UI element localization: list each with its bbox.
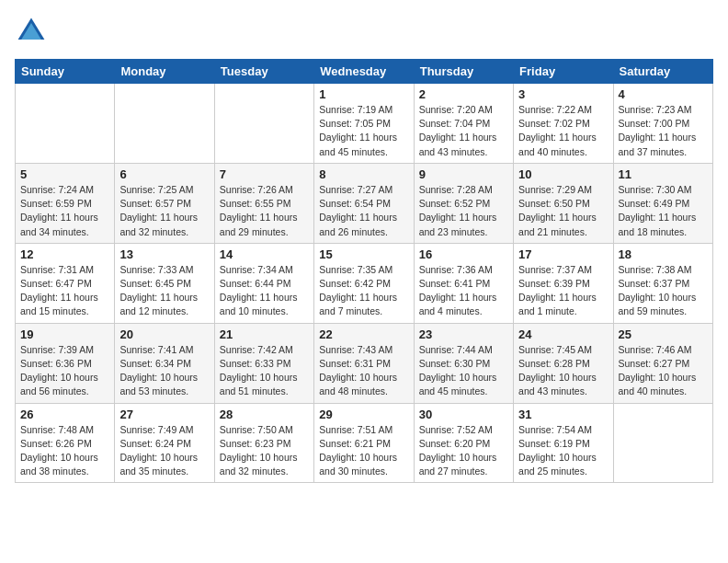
day-number: 17 [518, 247, 608, 261]
day-info: Sunrise: 7:54 AM Sunset: 6:19 PM Dayligh… [518, 423, 608, 479]
calendar-cell: 28Sunrise: 7:50 AM Sunset: 6:23 PM Dayli… [214, 403, 313, 483]
day-number: 30 [419, 408, 508, 421]
calendar-cell: 3Sunrise: 7:22 AM Sunset: 7:02 PM Daylig… [514, 84, 613, 164]
calendar-cell: 2Sunrise: 7:20 AM Sunset: 7:04 PM Daylig… [414, 84, 513, 164]
day-number: 8 [319, 167, 408, 181]
calendar-cell: 1Sunrise: 7:19 AM Sunset: 7:05 PM Daylig… [314, 84, 414, 164]
day-info: Sunrise: 7:26 AM Sunset: 6:55 PM Dayligh… [220, 183, 309, 239]
calendar-cell: 11Sunrise: 7:30 AM Sunset: 6:49 PM Dayli… [613, 163, 712, 243]
calendar-cell: 6Sunrise: 7:25 AM Sunset: 6:57 PM Daylig… [115, 163, 214, 243]
day-info: Sunrise: 7:48 AM Sunset: 6:26 PM Dayligh… [20, 423, 109, 479]
calendar-header-friday: Friday [514, 60, 613, 84]
day-number: 4 [619, 87, 708, 101]
day-number: 27 [119, 408, 209, 421]
calendar-header-row: SundayMondayTuesdayWednesdayThursdayFrid… [16, 60, 713, 84]
calendar-cell: 4Sunrise: 7:23 AM Sunset: 7:00 PM Daylig… [613, 84, 712, 164]
day-number: 10 [518, 167, 608, 181]
calendar-cell: 15Sunrise: 7:35 AM Sunset: 6:42 PM Dayli… [314, 243, 414, 323]
calendar-week-1: 1Sunrise: 7:19 AM Sunset: 7:05 PM Daylig… [16, 84, 713, 164]
calendar-cell: 13Sunrise: 7:33 AM Sunset: 6:45 PM Dayli… [115, 243, 214, 323]
day-info: Sunrise: 7:24 AM Sunset: 6:59 PM Dayligh… [20, 183, 109, 239]
day-number: 13 [119, 247, 209, 261]
calendar-cell: 20Sunrise: 7:41 AM Sunset: 6:34 PM Dayli… [115, 323, 214, 403]
day-number: 11 [619, 167, 708, 181]
day-info: Sunrise: 7:41 AM Sunset: 6:34 PM Dayligh… [119, 343, 209, 399]
day-number: 14 [220, 247, 309, 261]
calendar-cell: 23Sunrise: 7:44 AM Sunset: 6:30 PM Dayli… [414, 323, 513, 403]
day-info: Sunrise: 7:29 AM Sunset: 6:50 PM Dayligh… [518, 183, 608, 239]
day-number: 7 [220, 167, 309, 181]
calendar-cell: 5Sunrise: 7:24 AM Sunset: 6:59 PM Daylig… [16, 163, 115, 243]
calendar-table: SundayMondayTuesdayWednesdayThursdayFrid… [15, 59, 713, 483]
day-info: Sunrise: 7:22 AM Sunset: 7:02 PM Dayligh… [518, 103, 608, 159]
calendar-header-thursday: Thursday [414, 60, 513, 84]
day-info: Sunrise: 7:50 AM Sunset: 6:23 PM Dayligh… [220, 423, 309, 479]
day-number: 15 [319, 247, 408, 261]
calendar-week-3: 12Sunrise: 7:31 AM Sunset: 6:47 PM Dayli… [16, 243, 713, 323]
calendar-cell: 19Sunrise: 7:39 AM Sunset: 6:36 PM Dayli… [16, 323, 115, 403]
day-info: Sunrise: 7:42 AM Sunset: 6:33 PM Dayligh… [220, 343, 309, 399]
day-number: 6 [119, 167, 209, 181]
day-info: Sunrise: 7:46 AM Sunset: 6:27 PM Dayligh… [619, 343, 708, 399]
day-info: Sunrise: 7:38 AM Sunset: 6:37 PM Dayligh… [619, 263, 708, 319]
calendar-cell: 25Sunrise: 7:46 AM Sunset: 6:27 PM Dayli… [613, 323, 712, 403]
day-info: Sunrise: 7:37 AM Sunset: 6:39 PM Dayligh… [518, 263, 608, 319]
calendar-header-wednesday: Wednesday [314, 60, 414, 84]
day-info: Sunrise: 7:30 AM Sunset: 6:49 PM Dayligh… [619, 183, 708, 239]
calendar-header-saturday: Saturday [613, 60, 712, 84]
day-number: 12 [20, 247, 109, 261]
day-number: 25 [619, 327, 708, 341]
day-number: 29 [319, 408, 408, 421]
page-header [15, 15, 713, 48]
calendar-cell: 31Sunrise: 7:54 AM Sunset: 6:19 PM Dayli… [514, 403, 613, 483]
day-number: 1 [319, 87, 408, 101]
day-info: Sunrise: 7:20 AM Sunset: 7:04 PM Dayligh… [419, 103, 508, 159]
day-info: Sunrise: 7:23 AM Sunset: 7:00 PM Dayligh… [619, 103, 708, 159]
calendar-week-4: 19Sunrise: 7:39 AM Sunset: 6:36 PM Dayli… [16, 323, 713, 403]
day-number: 24 [518, 327, 608, 341]
day-info: Sunrise: 7:35 AM Sunset: 6:42 PM Dayligh… [319, 263, 408, 319]
calendar-cell: 14Sunrise: 7:34 AM Sunset: 6:44 PM Dayli… [214, 243, 313, 323]
day-number: 5 [20, 167, 109, 181]
calendar-header-sunday: Sunday [16, 60, 115, 84]
calendar-cell: 21Sunrise: 7:42 AM Sunset: 6:33 PM Dayli… [214, 323, 313, 403]
day-info: Sunrise: 7:25 AM Sunset: 6:57 PM Dayligh… [119, 183, 209, 239]
day-number: 2 [419, 87, 508, 101]
day-info: Sunrise: 7:33 AM Sunset: 6:45 PM Dayligh… [119, 263, 209, 319]
calendar-cell [115, 84, 214, 164]
day-number: 9 [419, 167, 508, 181]
calendar-cell: 27Sunrise: 7:49 AM Sunset: 6:24 PM Dayli… [115, 403, 214, 483]
day-number: 18 [619, 247, 708, 261]
day-info: Sunrise: 7:31 AM Sunset: 6:47 PM Dayligh… [20, 263, 109, 319]
day-info: Sunrise: 7:43 AM Sunset: 6:31 PM Dayligh… [319, 343, 408, 399]
calendar-cell: 24Sunrise: 7:45 AM Sunset: 6:28 PM Dayli… [514, 323, 613, 403]
day-number: 16 [419, 247, 508, 261]
calendar-header-monday: Monday [115, 60, 214, 84]
calendar-cell [16, 84, 115, 164]
calendar-cell: 12Sunrise: 7:31 AM Sunset: 6:47 PM Dayli… [16, 243, 115, 323]
calendar-cell [214, 84, 313, 164]
logo [15, 15, 51, 48]
day-number: 28 [220, 408, 309, 421]
calendar-week-5: 26Sunrise: 7:48 AM Sunset: 6:26 PM Dayli… [16, 403, 713, 483]
day-number: 3 [518, 87, 608, 101]
calendar-cell: 26Sunrise: 7:48 AM Sunset: 6:26 PM Dayli… [16, 403, 115, 483]
calendar-cell: 18Sunrise: 7:38 AM Sunset: 6:37 PM Dayli… [613, 243, 712, 323]
calendar-week-2: 5Sunrise: 7:24 AM Sunset: 6:59 PM Daylig… [16, 163, 713, 243]
day-number: 26 [20, 408, 109, 421]
day-number: 31 [518, 408, 608, 421]
calendar-cell: 7Sunrise: 7:26 AM Sunset: 6:55 PM Daylig… [214, 163, 313, 243]
day-info: Sunrise: 7:44 AM Sunset: 6:30 PM Dayligh… [419, 343, 508, 399]
calendar-cell: 9Sunrise: 7:28 AM Sunset: 6:52 PM Daylig… [414, 163, 513, 243]
day-info: Sunrise: 7:28 AM Sunset: 6:52 PM Dayligh… [419, 183, 508, 239]
calendar-cell [613, 403, 712, 483]
calendar-cell: 16Sunrise: 7:36 AM Sunset: 6:41 PM Dayli… [414, 243, 513, 323]
day-number: 20 [119, 327, 209, 341]
calendar-cell: 10Sunrise: 7:29 AM Sunset: 6:50 PM Dayli… [514, 163, 613, 243]
day-info: Sunrise: 7:52 AM Sunset: 6:20 PM Dayligh… [419, 423, 508, 479]
day-info: Sunrise: 7:45 AM Sunset: 6:28 PM Dayligh… [518, 343, 608, 399]
day-number: 19 [20, 327, 109, 341]
calendar-cell: 22Sunrise: 7:43 AM Sunset: 6:31 PM Dayli… [314, 323, 414, 403]
day-info: Sunrise: 7:39 AM Sunset: 6:36 PM Dayligh… [20, 343, 109, 399]
day-info: Sunrise: 7:34 AM Sunset: 6:44 PM Dayligh… [220, 263, 309, 319]
